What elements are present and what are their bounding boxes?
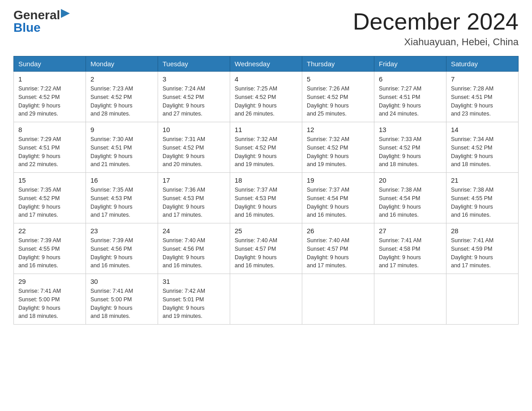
logo-blue-text: Blue xyxy=(13,21,41,34)
calendar-week-row: 29 Sunrise: 7:41 AM Sunset: 5:00 PM Dayl… xyxy=(14,274,519,325)
day-number: 9 xyxy=(90,126,153,133)
day-info: Sunrise: 7:26 AM Sunset: 4:52 PM Dayligh… xyxy=(307,85,369,118)
day-info: Sunrise: 7:27 AM Sunset: 4:51 PM Dayligh… xyxy=(379,85,442,118)
calendar-week-row: 22 Sunrise: 7:39 AM Sunset: 4:55 PM Dayl… xyxy=(14,223,519,274)
day-number: 16 xyxy=(90,176,153,184)
day-info: Sunrise: 7:41 AM Sunset: 4:58 PM Dayligh… xyxy=(379,236,442,270)
day-number: 30 xyxy=(90,278,153,285)
day-info: Sunrise: 7:31 AM Sunset: 4:52 PM Dayligh… xyxy=(163,135,225,169)
table-row: 3 Sunrise: 7:24 AM Sunset: 4:52 PM Dayli… xyxy=(158,72,230,122)
day-number: 17 xyxy=(163,176,225,184)
table-row: 13 Sunrise: 7:33 AM Sunset: 4:52 PM Dayl… xyxy=(374,122,446,173)
calendar-week-row: 1 Sunrise: 7:22 AM Sunset: 4:52 PM Dayli… xyxy=(14,72,519,122)
col-friday: Friday xyxy=(374,56,446,72)
day-info: Sunrise: 7:30 AM Sunset: 4:51 PM Dayligh… xyxy=(90,135,153,169)
day-info: Sunrise: 7:32 AM Sunset: 4:52 PM Dayligh… xyxy=(307,135,369,169)
day-info: Sunrise: 7:41 AM Sunset: 5:00 PM Dayligh… xyxy=(18,287,81,321)
svg-marker-0 xyxy=(61,9,70,18)
day-number: 18 xyxy=(235,176,297,184)
day-info: Sunrise: 7:39 AM Sunset: 4:56 PM Dayligh… xyxy=(90,236,153,270)
day-info: Sunrise: 7:23 AM Sunset: 4:52 PM Dayligh… xyxy=(90,85,153,118)
logo-general-text: General xyxy=(13,9,60,21)
table-row: 20 Sunrise: 7:38 AM Sunset: 4:54 PM Dayl… xyxy=(374,173,446,223)
table-row: 12 Sunrise: 7:32 AM Sunset: 4:52 PM Dayl… xyxy=(302,122,374,173)
day-number: 10 xyxy=(163,126,225,133)
calendar-table: Sunday Monday Tuesday Wednesday Thursday… xyxy=(13,56,519,325)
day-number: 21 xyxy=(451,176,514,184)
day-number: 2 xyxy=(90,75,153,83)
table-row: 11 Sunrise: 7:32 AM Sunset: 4:52 PM Dayl… xyxy=(230,122,302,173)
day-number: 6 xyxy=(379,75,442,83)
col-tuesday: Tuesday xyxy=(158,56,230,72)
day-info: Sunrise: 7:39 AM Sunset: 4:55 PM Dayligh… xyxy=(18,236,81,270)
day-info: Sunrise: 7:28 AM Sunset: 4:51 PM Dayligh… xyxy=(451,85,514,118)
table-row: 25 Sunrise: 7:40 AM Sunset: 4:57 PM Dayl… xyxy=(230,223,302,274)
day-info: Sunrise: 7:38 AM Sunset: 4:54 PM Dayligh… xyxy=(379,186,442,219)
day-number: 31 xyxy=(163,278,225,285)
day-info: Sunrise: 7:34 AM Sunset: 4:52 PM Dayligh… xyxy=(451,135,514,169)
table-row: 19 Sunrise: 7:37 AM Sunset: 4:54 PM Dayl… xyxy=(302,173,374,223)
logo-arrow-icon xyxy=(61,9,70,18)
day-info: Sunrise: 7:32 AM Sunset: 4:52 PM Dayligh… xyxy=(235,135,297,169)
table-row: 15 Sunrise: 7:35 AM Sunset: 4:52 PM Dayl… xyxy=(14,173,86,223)
day-info: Sunrise: 7:25 AM Sunset: 4:52 PM Dayligh… xyxy=(235,85,297,118)
day-number: 5 xyxy=(307,75,369,83)
day-number: 13 xyxy=(379,126,442,133)
calendar-header-row: Sunday Monday Tuesday Wednesday Thursday… xyxy=(14,56,519,72)
table-row: 27 Sunrise: 7:41 AM Sunset: 4:58 PM Dayl… xyxy=(374,223,446,274)
day-number: 25 xyxy=(235,227,297,235)
day-info: Sunrise: 7:35 AM Sunset: 4:53 PM Dayligh… xyxy=(90,186,153,219)
day-info: Sunrise: 7:29 AM Sunset: 4:51 PM Dayligh… xyxy=(18,135,81,169)
col-monday: Monday xyxy=(86,56,158,72)
col-sunday: Sunday xyxy=(14,56,86,72)
table-row: 24 Sunrise: 7:40 AM Sunset: 4:56 PM Dayl… xyxy=(158,223,230,274)
day-info: Sunrise: 7:40 AM Sunset: 4:56 PM Dayligh… xyxy=(163,236,225,270)
day-number: 20 xyxy=(379,176,442,184)
day-info: Sunrise: 7:37 AM Sunset: 4:53 PM Dayligh… xyxy=(235,186,297,219)
table-row: 6 Sunrise: 7:27 AM Sunset: 4:51 PM Dayli… xyxy=(374,72,446,122)
table-row: 4 Sunrise: 7:25 AM Sunset: 4:52 PM Dayli… xyxy=(230,72,302,122)
day-number: 4 xyxy=(235,75,297,83)
day-info: Sunrise: 7:33 AM Sunset: 4:52 PM Dayligh… xyxy=(379,135,442,169)
table-row xyxy=(374,274,446,325)
col-saturday: Saturday xyxy=(446,56,519,72)
table-row: 29 Sunrise: 7:41 AM Sunset: 5:00 PM Dayl… xyxy=(14,274,86,325)
page-header: General Blue December 2024 Xiahuayuan, H… xyxy=(13,9,519,48)
table-row xyxy=(446,274,519,325)
table-row: 28 Sunrise: 7:41 AM Sunset: 4:59 PM Dayl… xyxy=(446,223,519,274)
title-block: December 2024 Xiahuayuan, Hebei, China xyxy=(353,9,519,48)
day-number: 1 xyxy=(18,75,81,83)
table-row: 2 Sunrise: 7:23 AM Sunset: 4:52 PM Dayli… xyxy=(86,72,158,122)
table-row: 14 Sunrise: 7:34 AM Sunset: 4:52 PM Dayl… xyxy=(446,122,519,173)
table-row: 18 Sunrise: 7:37 AM Sunset: 4:53 PM Dayl… xyxy=(230,173,302,223)
table-row: 16 Sunrise: 7:35 AM Sunset: 4:53 PM Dayl… xyxy=(86,173,158,223)
table-row: 9 Sunrise: 7:30 AM Sunset: 4:51 PM Dayli… xyxy=(86,122,158,173)
day-number: 8 xyxy=(18,126,81,133)
day-number: 14 xyxy=(451,126,514,133)
day-info: Sunrise: 7:41 AM Sunset: 4:59 PM Dayligh… xyxy=(451,236,514,270)
day-info: Sunrise: 7:41 AM Sunset: 5:00 PM Dayligh… xyxy=(90,287,153,321)
table-row xyxy=(302,274,374,325)
table-row xyxy=(230,274,302,325)
table-row: 23 Sunrise: 7:39 AM Sunset: 4:56 PM Dayl… xyxy=(86,223,158,274)
location-text: Xiahuayuan, Hebei, China xyxy=(353,36,519,48)
day-number: 12 xyxy=(307,126,369,133)
day-info: Sunrise: 7:24 AM Sunset: 4:52 PM Dayligh… xyxy=(163,85,225,118)
day-number: 19 xyxy=(307,176,369,184)
day-info: Sunrise: 7:37 AM Sunset: 4:54 PM Dayligh… xyxy=(307,186,369,219)
table-row: 26 Sunrise: 7:40 AM Sunset: 4:57 PM Dayl… xyxy=(302,223,374,274)
day-info: Sunrise: 7:40 AM Sunset: 4:57 PM Dayligh… xyxy=(235,236,297,270)
day-number: 22 xyxy=(18,227,81,235)
day-number: 28 xyxy=(451,227,514,235)
day-number: 29 xyxy=(18,278,81,285)
day-number: 26 xyxy=(307,227,369,235)
day-info: Sunrise: 7:38 AM Sunset: 4:55 PM Dayligh… xyxy=(451,186,514,219)
col-wednesday: Wednesday xyxy=(230,56,302,72)
day-info: Sunrise: 7:36 AM Sunset: 4:53 PM Dayligh… xyxy=(163,186,225,219)
calendar-week-row: 8 Sunrise: 7:29 AM Sunset: 4:51 PM Dayli… xyxy=(14,122,519,173)
table-row: 5 Sunrise: 7:26 AM Sunset: 4:52 PM Dayli… xyxy=(302,72,374,122)
table-row: 21 Sunrise: 7:38 AM Sunset: 4:55 PM Dayl… xyxy=(446,173,519,223)
table-row: 8 Sunrise: 7:29 AM Sunset: 4:51 PM Dayli… xyxy=(14,122,86,173)
table-row: 1 Sunrise: 7:22 AM Sunset: 4:52 PM Dayli… xyxy=(14,72,86,122)
month-title: December 2024 xyxy=(353,9,519,34)
